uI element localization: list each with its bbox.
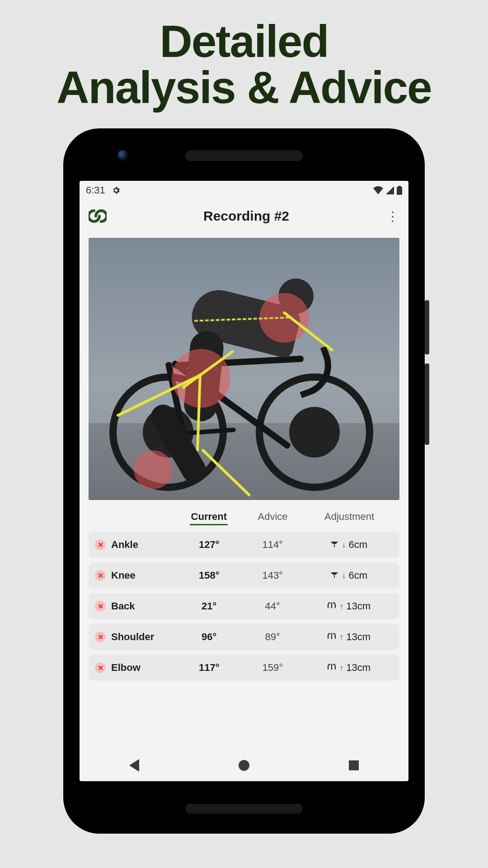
adjustment-value: 13cm bbox=[346, 662, 371, 674]
joint-name: Back bbox=[111, 600, 135, 612]
direction-arrow-icon: ↑ bbox=[339, 632, 343, 642]
advice-value: 89° bbox=[241, 631, 304, 643]
handlebar-icon bbox=[327, 663, 337, 673]
phone-power-button bbox=[425, 300, 429, 354]
promo-line2: Analysis & Advice bbox=[0, 64, 488, 110]
table-row[interactable]: ✕Elbow117°159°↑13cm bbox=[89, 655, 399, 681]
nav-back-button[interactable] bbox=[129, 759, 139, 772]
saddle-icon bbox=[330, 571, 339, 581]
app-logo-icon[interactable] bbox=[89, 207, 107, 225]
svg-rect-3 bbox=[334, 574, 335, 578]
status-error-icon: ✕ bbox=[95, 570, 106, 581]
adjustment-value: 6cm bbox=[348, 570, 367, 581]
status-time: 6:31 bbox=[86, 184, 105, 196]
phone-camera bbox=[117, 150, 128, 161]
svg-rect-2 bbox=[334, 543, 335, 547]
adjustment-value: 6cm bbox=[348, 539, 367, 551]
joint-name: Elbow bbox=[111, 662, 141, 674]
nav-home-button[interactable] bbox=[239, 760, 249, 771]
joint-name: Ankle bbox=[111, 539, 138, 551]
svg-rect-1 bbox=[398, 186, 401, 187]
table-header-row: Current Advice Adjustment bbox=[89, 511, 399, 527]
settings-icon bbox=[112, 186, 121, 195]
direction-arrow-icon: ↓ bbox=[342, 540, 346, 550]
svg-rect-0 bbox=[397, 187, 402, 195]
current-value: 21° bbox=[178, 600, 241, 612]
status-error-icon: ✕ bbox=[95, 632, 106, 642]
status-error-icon: ✕ bbox=[95, 539, 106, 550]
handlebar-icon bbox=[327, 601, 337, 612]
screen-title: Recording #2 bbox=[203, 208, 289, 224]
adjustment-value: 13cm bbox=[346, 600, 371, 612]
wifi-icon bbox=[373, 186, 383, 194]
tab-advice[interactable]: Advice bbox=[241, 511, 305, 523]
status-bar: 6:31 bbox=[80, 181, 408, 200]
table-row[interactable]: ✕Ankle127°114°↓6cm bbox=[89, 532, 399, 558]
table-row[interactable]: ✕Knee158°143°↓6cm bbox=[89, 562, 399, 589]
current-value: 127° bbox=[178, 539, 241, 551]
current-value: 158° bbox=[178, 570, 241, 581]
tab-adjustment[interactable]: Adjustment bbox=[305, 511, 394, 523]
hotspot-ankle bbox=[134, 450, 173, 489]
phone-mockup: 6:31 bbox=[63, 128, 425, 834]
direction-arrow-icon: ↑ bbox=[339, 663, 343, 673]
adjustment-value: 13cm bbox=[346, 631, 371, 643]
promo-line1: Detailed bbox=[0, 18, 488, 64]
signal-icon bbox=[386, 186, 394, 194]
table-row[interactable]: ✕Shoulder96°89°↑13cm bbox=[89, 624, 399, 650]
advice-value: 44° bbox=[241, 600, 304, 612]
phone-volume-button bbox=[425, 363, 429, 445]
table-row[interactable]: ✕Back21°44°↑13cm bbox=[89, 593, 399, 619]
current-value: 117° bbox=[178, 662, 241, 674]
joint-name: Shoulder bbox=[111, 631, 154, 643]
phone-speaker bbox=[185, 150, 303, 161]
more-icon[interactable]: ⋮ bbox=[386, 209, 399, 224]
status-error-icon: ✕ bbox=[95, 601, 106, 612]
advice-value: 159° bbox=[241, 662, 304, 674]
joint-name: Knee bbox=[111, 570, 136, 581]
battery-icon bbox=[397, 186, 402, 195]
advice-value: 114° bbox=[241, 539, 304, 551]
app-header: Recording #2 ⋮ bbox=[80, 200, 408, 232]
advice-value: 143° bbox=[241, 570, 304, 581]
nav-recents-button[interactable] bbox=[349, 760, 359, 770]
tab-current[interactable]: Current bbox=[177, 511, 241, 523]
direction-arrow-icon: ↓ bbox=[342, 571, 346, 580]
analysis-table: Current Advice Adjustment ✕Ankle127°114°… bbox=[89, 511, 399, 681]
promo-headline: Detailed Analysis & Advice bbox=[0, 0, 488, 110]
direction-arrow-icon: ↑ bbox=[339, 602, 343, 611]
phone-bottom-speaker bbox=[185, 804, 303, 814]
pose-analysis-image[interactable] bbox=[89, 238, 399, 500]
saddle-icon bbox=[330, 540, 339, 550]
current-value: 96° bbox=[178, 631, 241, 643]
android-nav-bar bbox=[80, 750, 408, 781]
handlebar-icon bbox=[327, 632, 337, 642]
status-error-icon: ✕ bbox=[95, 662, 106, 673]
app-screen: 6:31 bbox=[80, 181, 408, 781]
